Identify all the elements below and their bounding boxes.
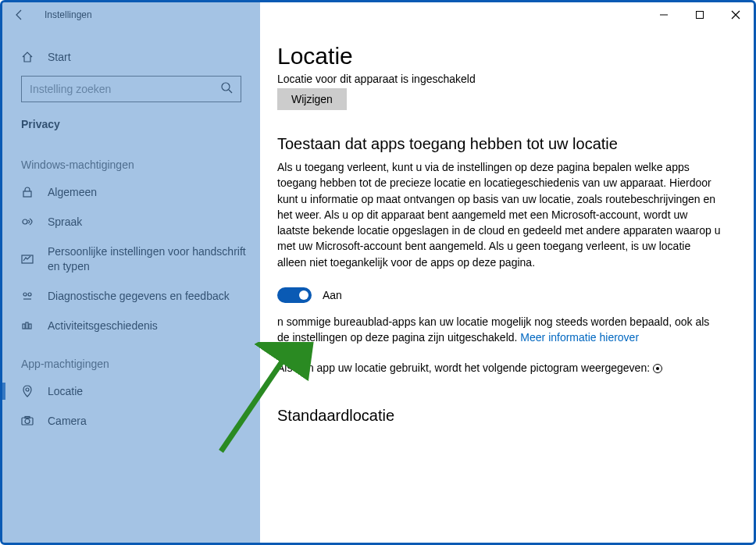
settings-window: Instellingen Start <box>0 0 756 545</box>
search-icon <box>220 81 233 97</box>
titlebar: Instellingen <box>2 2 754 27</box>
nav-item-speech[interactable]: Spraak <box>2 207 260 237</box>
toggle-knob <box>299 290 308 300</box>
location-indicator-icon <box>653 364 662 373</box>
handwriting-icon <box>21 253 40 265</box>
change-button[interactable]: Wijzigen <box>277 88 347 110</box>
more-info-link[interactable]: Meer informatie hierover <box>520 331 639 344</box>
category-privacy[interactable]: Privacy <box>2 107 260 141</box>
nav-item-general[interactable]: Algemeen <box>2 177 260 207</box>
nav-item-camera[interactable]: Camera <box>2 406 260 436</box>
allow-apps-body: Als u toegang verleent, kunt u via de in… <box>277 159 722 270</box>
svg-line-3 <box>229 90 232 93</box>
svg-point-14 <box>25 419 30 424</box>
svg-rect-9 <box>23 324 25 329</box>
svg-point-8 <box>28 293 31 296</box>
allow-apps-heading: Toestaan dat apps toegang hebben tot uw … <box>277 135 730 153</box>
window-controls <box>646 2 754 27</box>
nav-label: Diagnostische gegevens en feedback <box>48 289 246 303</box>
nav-label: Algemeen <box>48 185 246 199</box>
home-label: Start <box>48 51 71 63</box>
nav-item-location[interactable]: Locatie <box>2 376 260 406</box>
page-title: Locatie <box>277 43 730 69</box>
nav-label: Spraak <box>48 215 246 229</box>
search-field[interactable] <box>30 83 220 95</box>
svg-rect-4 <box>23 191 31 197</box>
window-title: Instellingen <box>45 9 92 20</box>
category-label: Privacy <box>21 118 60 130</box>
default-location-heading: Standaardlocatie <box>277 407 730 425</box>
section-app-permissions: App-machtigingen <box>2 340 260 376</box>
svg-point-7 <box>23 293 27 296</box>
svg-point-5 <box>23 219 27 224</box>
nav-label: Activiteitsgeschiedenis <box>48 319 246 333</box>
activity-icon <box>21 319 40 332</box>
back-button[interactable] <box>2 2 37 27</box>
minimize-button[interactable] <box>646 2 682 27</box>
lock-icon <box>21 186 40 198</box>
maximize-button[interactable] <box>682 2 718 27</box>
section-windows-permissions: Windows-machtigingen <box>2 141 260 177</box>
location-toggle[interactable] <box>277 287 312 303</box>
sidebar: Start Privacy Windows-machtigingen Algem… <box>2 27 260 543</box>
nav-item-inking[interactable]: Persoonlijke instellingen voor handschri… <box>2 237 260 280</box>
nav-label: Persoonlijke instellingen voor handschri… <box>48 244 246 272</box>
camera-icon <box>21 415 40 427</box>
desktop-apps-note: n sommige bureaublad-apps kan uw locatie… <box>277 314 722 346</box>
close-button[interactable] <box>718 2 754 27</box>
device-status-text: Locatie voor dit apparaat is ingeschakel… <box>277 73 730 85</box>
svg-rect-1 <box>697 12 704 19</box>
location-icon <box>21 385 40 397</box>
svg-rect-10 <box>26 322 28 329</box>
feedback-icon <box>21 290 40 302</box>
svg-point-12 <box>26 388 29 391</box>
location-toggle-row: Aan <box>277 287 730 303</box>
search-wrap <box>2 71 260 107</box>
toggle-state-label: Aan <box>323 289 342 301</box>
search-input[interactable] <box>21 76 241 102</box>
nav-label: Camera <box>48 414 246 428</box>
nav-item-diagnostics[interactable]: Diagnostische gegevens en feedback <box>2 281 260 311</box>
home-button[interactable]: Start <box>2 43 260 71</box>
app-uses-note: Als een app uw locatie gebruikt, wordt h… <box>277 360 722 376</box>
speech-icon <box>21 216 40 228</box>
nav-label: Locatie <box>48 384 246 398</box>
svg-point-2 <box>222 83 230 91</box>
nav-item-activity[interactable]: Activiteitsgeschiedenis <box>2 311 260 340</box>
home-icon <box>21 51 40 63</box>
app-uses-note-text: Als een app uw locatie gebruikt, wordt h… <box>277 362 653 374</box>
svg-rect-11 <box>29 324 31 329</box>
content-area: Locatie Locatie voor dit apparaat is ing… <box>277 27 754 543</box>
desktop-apps-note-text: n sommige bureaublad-apps kan uw locatie… <box>277 315 709 344</box>
